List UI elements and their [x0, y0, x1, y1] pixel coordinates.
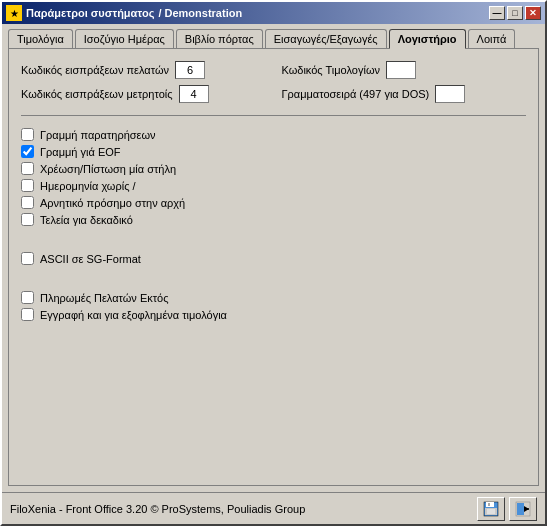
title-bar-left: ★ Παράμετροι συστήματος / Demonstration	[6, 5, 242, 21]
checkbox-label-grammati-paratiriseon[interactable]: Γραμμή παρατηρήσεων	[40, 129, 156, 141]
field-label-grammatoseira: Γραμματοσειρά (497 για DOS)	[282, 88, 430, 100]
checkbox-pliromies[interactable]	[21, 291, 34, 304]
divider-1	[21, 115, 526, 116]
title-buttons: — □ ✕	[489, 6, 541, 20]
field-input-grammatoseira[interactable]	[435, 85, 465, 103]
checkbox-row-3: Ημερομηνία χωρίς /	[21, 179, 526, 192]
checkbox-label-grammati-eof[interactable]: Γραμμή γιά EOF	[40, 146, 121, 158]
checkbox-grammati-paratiriseon[interactable]	[21, 128, 34, 141]
svg-rect-6	[517, 503, 524, 515]
checkbox-row-7: Πληρωμές Πελατών Εκτός	[21, 291, 526, 304]
checkboxes-group-3: Πληρωμές Πελατών Εκτός Εγγραφή και για ε…	[21, 291, 526, 321]
field-input-pelaton[interactable]	[175, 61, 205, 79]
tab-bar: Τιμολόγια Ισοζύγιο Ημέρας Βιβλίο πόρτας …	[2, 24, 545, 48]
checkbox-label-ascii[interactable]: ASCII σε SG-Format	[40, 253, 141, 265]
minimize-button[interactable]: —	[489, 6, 505, 20]
tab-loipa[interactable]: Λοιπά	[468, 29, 516, 49]
checkbox-grammati-eof[interactable]	[21, 145, 34, 158]
field-label-pelaton: Κωδικός εισπράξεων πελατών	[21, 64, 169, 76]
checkbox-row-5: Τελεία για δεκαδικό	[21, 213, 526, 226]
maximize-button[interactable]: □	[507, 6, 523, 20]
field-label-kodikos-tim: Κωδικός Τιμολογίων	[282, 64, 380, 76]
svg-rect-2	[488, 503, 490, 506]
window-title: Παράμετροι συστήματος	[26, 7, 154, 19]
save-button[interactable]	[477, 497, 505, 521]
checkbox-arnitiko[interactable]	[21, 196, 34, 209]
tab-logistirio[interactable]: Λογιστήριο	[389, 29, 466, 49]
tab-isozugio[interactable]: Ισοζύγιο Ημέρας	[75, 29, 174, 49]
field-input-kodikos-tim[interactable]	[386, 61, 416, 79]
tab-eisagwges[interactable]: Εισαγωγές/Εξαγωγές	[265, 29, 387, 49]
checkbox-row-4: Αρνητικό πρόσημο στην αρχή	[21, 196, 526, 209]
checkbox-label-imerominia[interactable]: Ημερομηνία χωρίς /	[40, 180, 136, 192]
svg-rect-4	[487, 509, 495, 514]
field-input-metritos[interactable]	[179, 85, 209, 103]
checkbox-eggrafi[interactable]	[21, 308, 34, 321]
checkboxes-group-1: Γραμμή παρατηρήσεων Γραμμή γιά EOF Χρέωσ…	[21, 128, 526, 226]
bottom-text: FiloXenia - Front Office 3.20 © ProSyste…	[10, 503, 305, 515]
fields-section: Κωδικός εισπράξεων πελατών Κωδικός εισπρ…	[21, 61, 526, 103]
save-icon	[483, 501, 499, 517]
fields-right: Κωδικός Τιμολογίων Γραμματοσειρά (497 γι…	[282, 61, 527, 103]
main-window: ★ Παράμετροι συστήματος / Demonstration …	[0, 0, 547, 526]
checkbox-imerominia[interactable]	[21, 179, 34, 192]
tab-timolofia[interactable]: Τιμολόγια	[8, 29, 73, 49]
content-area: Κωδικός εισπράξεων πελατών Κωδικός εισπρ…	[8, 48, 539, 486]
app-icon-symbol: ★	[10, 8, 19, 19]
bottom-bar: FiloXenia - Front Office 3.20 © ProSyste…	[2, 492, 545, 524]
checkbox-teleia[interactable]	[21, 213, 34, 226]
field-row-kodikos-tim: Κωδικός Τιμολογίων	[282, 61, 527, 79]
field-row-pelaton: Κωδικός εισπράξεων πελατών	[21, 61, 266, 79]
checkbox-label-pliromies[interactable]: Πληρωμές Πελατών Εκτός	[40, 292, 168, 304]
checkbox-label-xreosi-pistosi[interactable]: Χρέωση/Πίστωση μία στήλη	[40, 163, 176, 175]
group-separator-2	[21, 273, 526, 283]
checkboxes-group-2: ASCII σε SG-Format	[21, 252, 526, 265]
title-bar: ★ Παράμετροι συστήματος / Demonstration …	[2, 2, 545, 24]
checkbox-xreosi-pistosi[interactable]	[21, 162, 34, 175]
checkbox-row-0: Γραμμή παρατηρήσεων	[21, 128, 526, 141]
checkbox-row-6: ASCII σε SG-Format	[21, 252, 526, 265]
checkbox-label-arnitiko[interactable]: Αρνητικό πρόσημο στην αρχή	[40, 197, 185, 209]
window-subtitle: / Demonstration	[158, 7, 242, 19]
checkbox-row-8: Εγγραφή και για εξοφλημένα τιμολόγια	[21, 308, 526, 321]
checkbox-label-eggrafi[interactable]: Εγγραφή και για εξοφλημένα τιμολόγια	[40, 309, 227, 321]
checkbox-label-teleia[interactable]: Τελεία για δεκαδικό	[40, 214, 133, 226]
field-row-grammatoseira: Γραμματοσειρά (497 για DOS)	[282, 85, 527, 103]
checkbox-ascii[interactable]	[21, 252, 34, 265]
group-separator-1	[21, 234, 526, 244]
fields-left: Κωδικός εισπράξεων πελατών Κωδικός εισπρ…	[21, 61, 266, 103]
exit-icon	[515, 501, 531, 517]
close-button[interactable]: ✕	[525, 6, 541, 20]
checkbox-row-1: Γραμμή γιά EOF	[21, 145, 526, 158]
field-row-metritos: Κωδικός εισπράξεων μετρητοίς	[21, 85, 266, 103]
tab-vivlio[interactable]: Βιβλίο πόρτας	[176, 29, 263, 49]
bottom-buttons	[477, 497, 537, 521]
exit-button[interactable]	[509, 497, 537, 521]
checkbox-row-2: Χρέωση/Πίστωση μία στήλη	[21, 162, 526, 175]
app-icon: ★	[6, 5, 22, 21]
field-label-metritos: Κωδικός εισπράξεων μετρητοίς	[21, 88, 173, 100]
